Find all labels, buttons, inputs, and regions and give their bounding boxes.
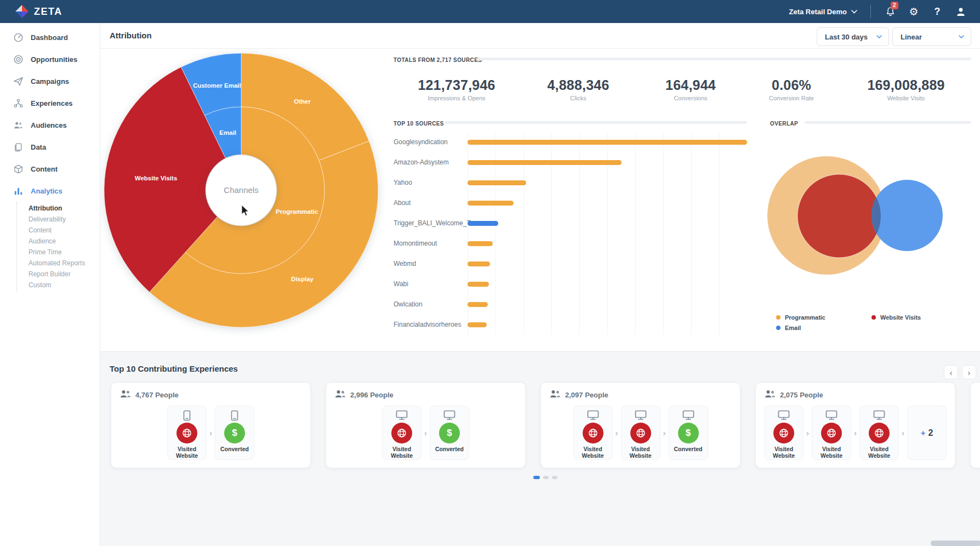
pagination-dot-2[interactable] bbox=[543, 476, 549, 479]
source-bar bbox=[468, 302, 488, 307]
step-visited[interactable]: Visited Website bbox=[764, 406, 804, 460]
step-visited[interactable]: Visited Website bbox=[382, 406, 421, 460]
sunburst-segment-label: Display bbox=[291, 276, 314, 282]
legend-item-website-visits: Website Visits bbox=[871, 314, 921, 321]
experience-card-5-partial[interactable] bbox=[970, 382, 980, 468]
sidebar-item-opportunities[interactable]: Opportunities bbox=[0, 48, 100, 70]
visited-website-icon bbox=[176, 423, 197, 443]
step-converted[interactable]: $Converted bbox=[430, 406, 469, 460]
notifications-button[interactable]: 2 bbox=[883, 4, 897, 19]
sidebar-subitem-attribution[interactable]: Attribution bbox=[17, 203, 100, 214]
overlap-venn-chart[interactable] bbox=[764, 156, 950, 280]
source-row-5[interactable]: Momontimeout bbox=[394, 240, 755, 247]
sidebar-item-content[interactable]: Content bbox=[0, 158, 100, 180]
step-label: Converted bbox=[215, 446, 254, 452]
sidebar-item-label: Campaigns bbox=[31, 77, 69, 86]
visited-website-icon bbox=[391, 423, 412, 443]
account-switcher[interactable]: Zeta Retail Demo bbox=[789, 8, 857, 16]
legend-label: Programmatic bbox=[785, 314, 825, 321]
experience-card-4[interactable]: 2,075 PeopleVisited Website›Visited Webs… bbox=[755, 382, 955, 468]
step-arrow-icon: › bbox=[899, 428, 907, 437]
step-converted[interactable]: $Converted bbox=[215, 406, 254, 460]
zeta-logo[interactable]: ZETA bbox=[0, 4, 62, 19]
experience-card-3[interactable]: 2,097 PeopleVisited Website›Visited Webs… bbox=[540, 382, 740, 468]
people-count: 2,075 People bbox=[780, 391, 823, 399]
visited-website-icon bbox=[821, 423, 842, 443]
desktop-icon bbox=[443, 410, 455, 423]
pagination-dot-3[interactable] bbox=[552, 476, 557, 479]
source-row-7[interactable]: Wabi bbox=[394, 280, 755, 288]
sidebar-subitem-automated-reports[interactable]: Automated Reports bbox=[17, 258, 100, 269]
step-visited[interactable]: Visited Website bbox=[573, 406, 613, 460]
step-label: Visited Website bbox=[168, 446, 206, 459]
sidebar-item-analytics[interactable]: Analytics bbox=[0, 180, 100, 202]
carousel-prev-button[interactable]: ‹ bbox=[944, 365, 958, 379]
sidebar-item-experiences[interactable]: Experiences bbox=[0, 92, 100, 114]
sidebar-item-dashboard[interactable]: Dashboard bbox=[0, 26, 100, 48]
source-row-4[interactable]: Trigger_BALI_Welcome_T... bbox=[394, 219, 755, 227]
step-visited[interactable]: Visited Website bbox=[621, 406, 660, 460]
source-row-0[interactable]: Googlesyndication bbox=[394, 138, 755, 146]
sidebar-item-campaigns[interactable]: Campaigns bbox=[0, 70, 100, 92]
sidebar-item-audiences[interactable]: Audiences bbox=[0, 114, 100, 136]
sidebar-subitem-report-builder[interactable]: Report Builder bbox=[17, 269, 100, 280]
experience-card-1[interactable]: 4,767 PeopleVisited Website›$Converted bbox=[111, 382, 311, 468]
settings-button[interactable]: ⚙ bbox=[907, 4, 921, 19]
source-row-8[interactable]: Owlcation bbox=[394, 300, 755, 308]
sidebar-item-label: Experiences bbox=[31, 99, 73, 107]
zeta-diamond-icon bbox=[15, 4, 29, 19]
step-visited[interactable]: Visited Website bbox=[812, 406, 851, 460]
model-value: Linear bbox=[901, 33, 922, 41]
audiences-icon bbox=[13, 120, 24, 130]
step-visited[interactable]: Visited Website bbox=[167, 406, 207, 460]
top-sources-label: TOP 10 SOURCES bbox=[394, 121, 444, 127]
mobile-icon bbox=[183, 410, 191, 423]
source-name: Trigger_BALI_Welcome_T... bbox=[394, 219, 475, 227]
experience-steps: Visited Website›Visited Website›Visited … bbox=[756, 406, 955, 460]
carousel-next-button[interactable]: › bbox=[962, 365, 976, 379]
date-range-select[interactable]: Last 30 days bbox=[817, 27, 889, 46]
data-icon bbox=[13, 142, 24, 152]
source-name: Webmd bbox=[394, 260, 416, 268]
experiences-title: Top 10 Contributing Experiences bbox=[110, 364, 238, 373]
stat-label: Conversions bbox=[665, 95, 716, 101]
source-row-6[interactable]: Webmd bbox=[394, 260, 755, 268]
step-label: Visited Website bbox=[574, 446, 612, 459]
attribution-model-select[interactable]: Linear bbox=[892, 27, 971, 46]
venn-circle-email[interactable] bbox=[871, 180, 943, 251]
horizontal-scrollbar-thumb[interactable] bbox=[931, 541, 980, 546]
experience-card-header: 2,097 People bbox=[550, 390, 608, 400]
top-navbar: ZETA Zeta Retail Demo 2 ⚙ ? bbox=[0, 0, 980, 23]
step-arrow-icon: › bbox=[613, 428, 621, 437]
sidebar-subitem-prime-time[interactable]: Prime Time bbox=[17, 247, 100, 258]
sidebar-subitem-audience[interactable]: Audience bbox=[17, 236, 100, 247]
more-steps-tile[interactable]: +2 bbox=[907, 406, 947, 460]
step-converted[interactable]: $Converted bbox=[669, 406, 708, 460]
source-row-9[interactable]: Financialadvisorheroes bbox=[394, 321, 755, 328]
help-button[interactable]: ? bbox=[930, 4, 944, 19]
sidebar-item-data[interactable]: Data bbox=[0, 136, 100, 158]
chevron-down-icon bbox=[851, 10, 857, 14]
visited-website-icon bbox=[773, 423, 794, 443]
channels-sunburst-chart[interactable]: OtherDisplayProgrammaticWebsite VisitsCu… bbox=[100, 49, 385, 348]
people-icon bbox=[335, 390, 346, 400]
people-icon bbox=[120, 390, 131, 400]
source-row-1[interactable]: Amazon-Adsystem bbox=[394, 158, 755, 166]
source-row-3[interactable]: About bbox=[394, 199, 755, 207]
experience-card-2[interactable]: 2,996 PeopleVisited Website›$Converted bbox=[326, 382, 526, 468]
converted-icon: $ bbox=[224, 423, 245, 443]
venn-circle-website-visits[interactable] bbox=[797, 174, 881, 258]
experience-steps: Visited Website›$Converted bbox=[326, 406, 525, 460]
mobile-icon bbox=[231, 410, 238, 423]
sidebar-subitem-content[interactable]: Content bbox=[17, 225, 100, 236]
overlap-divider bbox=[805, 121, 971, 124]
sidebar-subitem-custom[interactable]: Custom bbox=[17, 280, 100, 291]
sidebar-subitem-deliverability[interactable]: Deliverability bbox=[17, 214, 100, 225]
sunburst-center-label: Channels bbox=[224, 185, 258, 195]
step-visited[interactable]: Visited Website bbox=[859, 406, 899, 460]
account-name: Zeta Retail Demo bbox=[789, 8, 847, 16]
user-menu-button[interactable] bbox=[954, 4, 968, 19]
source-row-2[interactable]: Yahoo bbox=[394, 179, 755, 186]
overlap-label: OVERLAP bbox=[770, 121, 798, 127]
pagination-dot-1[interactable] bbox=[533, 476, 540, 479]
